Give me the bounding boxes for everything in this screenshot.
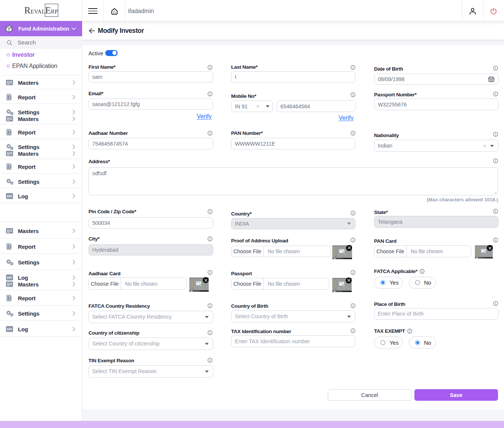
svg-text:$: $ xyxy=(7,229,9,232)
svg-text:$: $ xyxy=(7,81,9,84)
svg-text:$: $ xyxy=(7,283,9,286)
svg-text:$: $ xyxy=(7,152,9,155)
svg-text:ERP: ERP xyxy=(7,276,12,279)
svg-text:ERP: ERP xyxy=(7,328,12,331)
svg-text:ERP: ERP xyxy=(7,195,12,198)
svg-text:$: $ xyxy=(7,117,9,120)
